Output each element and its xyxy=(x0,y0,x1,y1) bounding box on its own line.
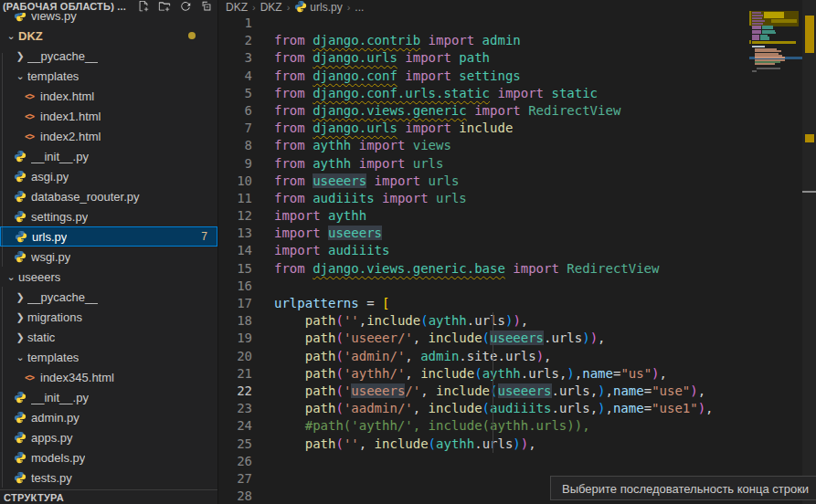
refresh-icon[interactable] xyxy=(179,0,192,13)
minimap-fragment xyxy=(762,27,773,29)
tree-item-tests-py[interactable]: tests.py xyxy=(0,467,217,488)
tree-item--init-py[interactable]: __init__.py xyxy=(0,387,217,407)
line-number[interactable]: 20 xyxy=(218,348,252,365)
line-number[interactable]: 13 xyxy=(218,225,252,242)
code-line-18[interactable]: 18 path('',include(aythh.urls)), xyxy=(218,312,816,330)
tree-item-apps-py[interactable]: apps.py xyxy=(0,427,217,447)
tree-item-dkz[interactable]: ⌄DKZ xyxy=(0,26,217,46)
line-number[interactable]: 19 xyxy=(218,330,252,347)
tree-item-migrations[interactable]: ❯migrations xyxy=(0,307,217,327)
tree-item-templates[interactable]: ⌄templates xyxy=(0,347,217,367)
code-line-10[interactable]: 10from useeers import urls xyxy=(218,173,816,190)
code-line-23[interactable]: 23 path('aadmin/', include(audiiits.urls… xyxy=(218,400,816,417)
code-line-26[interactable]: 26 xyxy=(218,453,816,470)
code-line-22[interactable]: 22 path('useeers/', include(useeers.urls… xyxy=(218,383,816,400)
line-number[interactable]: 7 xyxy=(218,120,252,137)
line-number[interactable]: 11 xyxy=(218,190,252,207)
tree-item-urls-py[interactable]: urls.py7 xyxy=(0,226,217,247)
tree-item-index-html[interactable]: <>index.html xyxy=(0,86,217,106)
code-line-20[interactable]: 20 path('admin/', admin.site.urls), xyxy=(218,348,816,365)
code-line-17[interactable]: 17urlpatterns = [ xyxy=(218,295,816,312)
line-number[interactable]: 15 xyxy=(218,260,252,278)
line-number[interactable]: 28 xyxy=(218,488,252,504)
code-line-16[interactable]: 16 xyxy=(218,278,816,295)
code-line-21[interactable]: 21 path('aythh/', include(aythh.urls,),n… xyxy=(218,365,816,383)
tree-item-asgi-py[interactable]: asgi.py xyxy=(0,166,217,186)
line-number[interactable]: 5 xyxy=(218,85,252,102)
code-line-4[interactable]: 4from django.conf import settings xyxy=(218,68,816,85)
tree-item-templates[interactable]: ⌄templates xyxy=(0,66,217,86)
code-line-6[interactable]: 6from django.views.generic import Redire… xyxy=(218,102,816,120)
code-line-8[interactable]: 8from aythh import views xyxy=(218,137,816,154)
code-line-5[interactable]: 5from django.conf.urls.static import sta… xyxy=(218,85,816,102)
code-line-14[interactable]: 14import audiiits xyxy=(218,242,816,259)
line-number[interactable]: 1 xyxy=(218,15,252,32)
line-number[interactable]: 14 xyxy=(218,242,252,259)
token: /' xyxy=(405,383,420,398)
tree-item-models-py[interactable]: models.py xyxy=(0,447,217,467)
line-number[interactable]: 24 xyxy=(218,417,252,435)
code-line-11[interactable]: 11from audiiits import urls xyxy=(218,190,816,207)
line-number[interactable]: 23 xyxy=(218,400,252,417)
code-line-3[interactable]: 3from django.urls import path xyxy=(218,49,816,67)
code-line-13[interactable]: 13import useeers xyxy=(218,225,816,242)
line-number[interactable]: 3 xyxy=(218,49,252,67)
line-number[interactable]: 27 xyxy=(218,470,252,488)
tree-item--pycache-[interactable]: ❯__pycache__ xyxy=(0,287,217,307)
new-folder-icon[interactable] xyxy=(158,0,171,13)
token: audiiits xyxy=(490,401,551,415)
code-line-2[interactable]: 2from django.contrib import admin xyxy=(218,32,816,49)
line-number[interactable]: 12 xyxy=(218,207,252,225)
tree-item--init-py[interactable]: __init__.py xyxy=(0,146,217,166)
line-number[interactable]: 25 xyxy=(218,436,252,453)
breadcrumb-item[interactable]: DKZ xyxy=(260,1,282,14)
line-number[interactable]: 8 xyxy=(218,137,252,154)
overview-ruler-scrollbar[interactable] xyxy=(802,0,816,504)
code-line-9[interactable]: 9from aythh import urls xyxy=(218,155,816,173)
tree-item-settings-py[interactable]: settings.py xyxy=(0,206,217,226)
tree-item-admin-py[interactable]: admin.py xyxy=(0,407,217,427)
line-number[interactable]: 2 xyxy=(218,32,252,49)
tree-item-index1-html[interactable]: <>index1.html xyxy=(0,106,217,126)
line-number[interactable]: 22 xyxy=(218,383,252,400)
line-number[interactable]: 4 xyxy=(218,68,252,85)
tree-item-index345-html[interactable]: <>index345.html xyxy=(0,367,217,387)
token: = xyxy=(359,296,382,310)
explorer-section-header[interactable]: (РАБОЧАЯ ОБЛАСТЬ) ... xyxy=(0,0,217,13)
line-number[interactable]: 10 xyxy=(218,173,252,190)
tree-item-useeers[interactable]: ⌄useeers xyxy=(0,267,217,287)
line-number[interactable]: 16 xyxy=(218,278,252,295)
line-number[interactable]: 6 xyxy=(218,102,252,120)
token: path xyxy=(459,50,490,65)
line-number[interactable]: 21 xyxy=(218,365,252,383)
breadcrumb-item[interactable]: DKZ xyxy=(226,1,248,14)
code-area[interactable]: 12from django.contrib import admin3from … xyxy=(218,15,816,504)
minimap-fragment xyxy=(752,32,761,34)
breadcrumb-item[interactable]: ... xyxy=(355,1,364,14)
code-line-19[interactable]: 19 path('useeer/', include(useeers.urls)… xyxy=(218,330,816,347)
tree-item-wsgi-py[interactable]: wsgi.py xyxy=(0,247,217,267)
code-line-7[interactable]: 7from django.urls import include xyxy=(218,120,816,137)
tree-item--pycache-[interactable]: ❯__pycache__ xyxy=(0,46,217,66)
code-line-12[interactable]: 12import aythh xyxy=(218,207,816,225)
code-line-24[interactable]: 24 #path('aythh/', include(aythh.urls)), xyxy=(218,417,816,435)
new-file-icon[interactable] xyxy=(137,0,150,13)
outline-section-header[interactable]: СТРУКТУРА xyxy=(0,489,217,504)
line-number[interactable]: 17 xyxy=(218,295,252,312)
token: import xyxy=(397,68,459,83)
minimap-fragment xyxy=(760,38,769,40)
code-line-25[interactable]: 25 path('', include(aythh.urls)), xyxy=(218,436,816,453)
code-line-1[interactable]: 1 xyxy=(218,15,816,32)
line-number[interactable]: 18 xyxy=(218,312,252,330)
collapse-all-icon[interactable] xyxy=(200,0,213,13)
tree-item-index2-html[interactable]: <>index2.html xyxy=(0,126,217,146)
tree-item-static[interactable]: ❯static xyxy=(0,327,217,347)
token: path xyxy=(305,383,336,398)
minimap[interactable] xyxy=(749,0,802,504)
tree-item-database-roouter-py[interactable]: database_roouter.py xyxy=(0,186,217,206)
token: ) xyxy=(598,383,605,398)
line-number[interactable]: 9 xyxy=(218,155,252,173)
line-number[interactable]: 26 xyxy=(218,453,252,470)
code-line-15[interactable]: 15from django.views.generic.base import … xyxy=(218,260,816,278)
breadcrumb-item[interactable]: urls.py xyxy=(294,0,342,16)
